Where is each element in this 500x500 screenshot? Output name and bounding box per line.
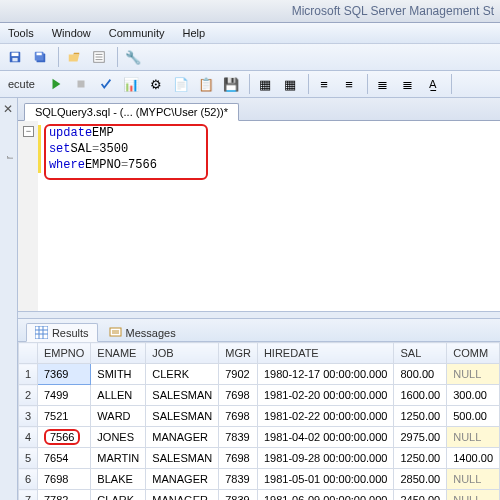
cell-empno[interactable]: 7654 [38,448,91,469]
cell-hd[interactable]: 1981-06-09 00:00:00.000 [257,490,394,501]
stop-icon[interactable] [70,73,92,95]
cell-ename[interactable]: SMITH [91,364,146,385]
cell-empno[interactable]: 7566 [38,427,91,448]
properties-icon[interactable] [88,46,110,68]
cell-empno[interactable]: 7369 [38,364,91,385]
cell-comm[interactable]: 500.00 [447,406,500,427]
activity-icon[interactable]: 🔧 [122,46,144,68]
estplan-icon[interactable]: 📊 [120,73,142,95]
cell-hd[interactable]: 1980-12-17 00:00:00.000 [257,364,394,385]
cell-hd[interactable]: 1981-09-28 00:00:00.000 [257,448,394,469]
tab-results[interactable]: Results [26,323,98,342]
col-comm[interactable]: COMM [447,343,500,364]
table-row[interactable]: 67698BLAKEMANAGER78391981-05-01 00:00:00… [18,469,499,490]
rownum-cell[interactable]: 6 [18,469,37,490]
col-sal[interactable]: SAL [394,343,447,364]
cell-hd[interactable]: 1981-02-20 00:00:00.000 [257,385,394,406]
rownum-cell[interactable]: 4 [18,427,37,448]
col-empno[interactable]: EMPNO [38,343,91,364]
cell-comm[interactable]: NULL [447,490,500,501]
cell-sal[interactable]: 1600.00 [394,385,447,406]
to-text-icon[interactable]: 📄 [170,73,192,95]
cell-ename[interactable]: WARD [91,406,146,427]
rownum-cell[interactable]: 3 [18,406,37,427]
cell-ename[interactable]: CLARK [91,490,146,501]
tab-messages[interactable]: Messages [100,323,185,342]
table-row[interactable]: 37521WARDSALESMAN76981981-02-22 00:00:00… [18,406,499,427]
results-grid[interactable]: EMPNOENAMEJOBMGRHIREDATESALCOMM 17369SMI… [18,342,500,500]
cell-sal[interactable]: 2850.00 [394,469,447,490]
cell-ename[interactable]: BLAKE [91,469,146,490]
uncomment-icon[interactable]: ▦ [279,73,301,95]
cell-empno[interactable]: 7499 [38,385,91,406]
cell-comm[interactable]: 300.00 [447,385,500,406]
cell-job[interactable]: CLERK [146,364,219,385]
cell-empno[interactable]: 7698 [38,469,91,490]
splitter[interactable] [18,312,500,319]
save-icon[interactable] [4,46,26,68]
specify2-icon[interactable]: ≣ [397,73,419,95]
outdent-icon[interactable]: ≡ [338,73,360,95]
execute-button-partial[interactable]: ecute [4,78,39,90]
rownum-cell[interactable]: 2 [18,385,37,406]
comment-icon[interactable]: ▦ [254,73,276,95]
cell-mgr[interactable]: 7902 [219,364,258,385]
menu-community[interactable]: Community [109,27,165,39]
cell-mgr[interactable]: 7839 [219,490,258,501]
cell-job[interactable]: SALESMAN [146,385,219,406]
table-row[interactable]: 27499ALLENSALESMAN76981981-02-20 00:00:0… [18,385,499,406]
cell-job[interactable]: MANAGER [146,427,219,448]
cell-empno[interactable]: 7521 [38,406,91,427]
rownum-header[interactable] [18,343,37,364]
cell-ename[interactable]: JONES [91,427,146,448]
fold-minus-icon[interactable]: − [23,126,34,137]
menu-help[interactable]: Help [182,27,205,39]
table-row[interactable]: 77782CLARKMANAGER78391981-06-09 00:00:00… [18,490,499,501]
specify-icon[interactable]: ≣ [372,73,394,95]
cell-hd[interactable]: 1981-05-01 00:00:00.000 [257,469,394,490]
casing-icon[interactable]: A̲ [422,73,444,95]
rownum-cell[interactable]: 7 [18,490,37,501]
cell-sal[interactable]: 2975.00 [394,427,447,448]
close-icon[interactable]: ✕ [0,102,17,116]
table-row[interactable]: 17369SMITHCLERK79021980-12-17 00:00:00.0… [18,364,499,385]
col-ename[interactable]: ENAME [91,343,146,364]
table-row[interactable]: 47566JONESMANAGER78391981-04-02 00:00:00… [18,427,499,448]
cell-comm[interactable]: NULL [447,364,500,385]
menu-tools[interactable]: Tools [8,27,34,39]
play-icon[interactable] [45,73,67,95]
parse-icon[interactable] [95,73,117,95]
cell-empno[interactable]: 7782 [38,490,91,501]
cell-sal[interactable]: 1250.00 [394,406,447,427]
cell-mgr[interactable]: 7839 [219,469,258,490]
cell-comm[interactable]: NULL [447,469,500,490]
save-all-icon[interactable] [29,46,51,68]
to-file-icon[interactable]: 💾 [220,73,242,95]
cell-ename[interactable]: MARTIN [91,448,146,469]
cell-job[interactable]: MANAGER [146,490,219,501]
cell-sal[interactable]: 800.00 [394,364,447,385]
cell-hd[interactable]: 1981-02-22 00:00:00.000 [257,406,394,427]
cell-mgr[interactable]: 7698 [219,406,258,427]
cell-sal[interactable]: 1250.00 [394,448,447,469]
cell-comm[interactable]: NULL [447,427,500,448]
table-row[interactable]: 57654MARTINSALESMAN76981981-09-28 00:00:… [18,448,499,469]
cell-mgr[interactable]: 7698 [219,448,258,469]
cell-mgr[interactable]: 7698 [219,385,258,406]
col-hiredate[interactable]: HIREDATE [257,343,394,364]
rownum-cell[interactable]: 1 [18,364,37,385]
cell-job[interactable]: SALESMAN [146,448,219,469]
menu-window[interactable]: Window [52,27,91,39]
cell-job[interactable]: SALESMAN [146,406,219,427]
cell-sal[interactable]: 2450.00 [394,490,447,501]
tab-sqlquery3[interactable]: SQLQuery3.sql - (... (MYPC\User (52))* [24,103,239,121]
cell-comm[interactable]: 1400.00 [447,448,500,469]
to-grid-icon[interactable]: 📋 [195,73,217,95]
cell-hd[interactable]: 1981-04-02 00:00:00.000 [257,427,394,448]
sql-editor[interactable]: − update EMP set SAL=3500 where EMPNO=75… [18,121,500,312]
cell-ename[interactable]: ALLEN [91,385,146,406]
rownum-cell[interactable]: 5 [18,448,37,469]
open-icon[interactable] [63,46,85,68]
options-icon[interactable]: ⚙ [145,73,167,95]
col-mgr[interactable]: MGR [219,343,258,364]
